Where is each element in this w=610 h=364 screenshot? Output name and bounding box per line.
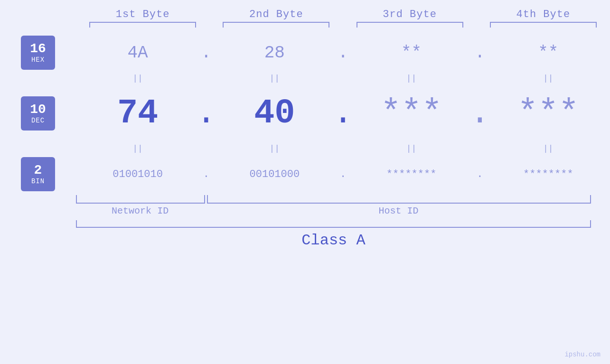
bracket-3 bbox=[357, 22, 463, 28]
bin-val-3: ******** bbox=[350, 168, 473, 180]
bracket-2 bbox=[223, 22, 329, 28]
dec-val-3: *** bbox=[350, 94, 473, 133]
sep-1-2: || bbox=[213, 74, 336, 83]
bin-val-4: ******** bbox=[487, 168, 610, 180]
bin-dot-2: . bbox=[337, 168, 350, 180]
sep-2-4: || bbox=[487, 144, 610, 153]
bin-dot-3: . bbox=[473, 168, 487, 180]
hex-badge-num: 16 bbox=[30, 42, 46, 56]
hex-val-2: 28 bbox=[213, 43, 336, 63]
sep-2-1: || bbox=[76, 144, 199, 153]
dec-dot-1: . bbox=[199, 94, 213, 133]
hex-badge-label: HEX bbox=[31, 56, 45, 64]
host-bracket bbox=[207, 195, 591, 204]
byte-headers-row: 1st Byte 2nd Byte 3rd Byte 4th Byte bbox=[0, 9, 610, 20]
dec-val-4: *** bbox=[487, 94, 610, 133]
network-bracket bbox=[76, 195, 205, 204]
dec-val-2: 40 bbox=[213, 94, 336, 133]
dec-dot-3: . bbox=[473, 94, 487, 133]
sep-hex-dec: || || || || bbox=[0, 72, 610, 85]
hex-row: 16 HEX 4A . 28 . ** . ** bbox=[0, 34, 610, 72]
sep-2-2: || bbox=[213, 144, 336, 153]
bin-badge: 2 BIN bbox=[21, 157, 55, 191]
byte-header-1: 1st Byte bbox=[76, 9, 209, 20]
bin-dot-1: . bbox=[199, 168, 213, 180]
bracket-4 bbox=[490, 22, 597, 28]
hex-badge: 16 HEX bbox=[21, 36, 55, 70]
class-area: Class A bbox=[0, 220, 610, 254]
host-id-label: Host ID bbox=[206, 205, 591, 216]
bracket-cell-3 bbox=[343, 20, 477, 29]
class-label: Class A bbox=[76, 228, 591, 254]
bin-badge-label: BIN bbox=[31, 177, 45, 185]
bin-badge-num: 2 bbox=[34, 163, 42, 178]
dec-badge-label: DEC bbox=[31, 117, 45, 124]
sep-cells-2: || || || || bbox=[76, 144, 610, 153]
main-container: 1st Byte 2nd Byte 3rd Byte 4th Byte 16 H… bbox=[0, 0, 610, 364]
bracket-cell-1 bbox=[76, 20, 209, 29]
bracket-cell-4 bbox=[477, 20, 610, 29]
bin-val-1: 01001010 bbox=[76, 168, 199, 180]
watermark: ipshu.com bbox=[564, 351, 601, 358]
hex-val-1: 4A bbox=[76, 43, 199, 63]
sep-1-1: || bbox=[76, 74, 199, 83]
network-id-label: Network ID bbox=[76, 205, 204, 216]
sep-dec-bin: || || || || bbox=[0, 142, 610, 155]
dec-row-cells: 74 . 40 . *** . *** bbox=[76, 94, 610, 133]
hex-dot-3: . bbox=[473, 43, 487, 63]
bin-row-cells: 01001010 . 00101000 . ******** . *******… bbox=[76, 168, 610, 180]
byte-header-2: 2nd Byte bbox=[209, 9, 343, 20]
dec-badge-num: 10 bbox=[30, 103, 46, 117]
sep-cells-1: || || || || bbox=[76, 74, 610, 83]
bottom-bracket-area: Network ID Host ID bbox=[0, 195, 610, 216]
hex-row-cells: 4A . 28 . ** . ** bbox=[76, 43, 610, 63]
class-bracket bbox=[76, 220, 591, 228]
bin-row: 2 BIN 01001010 . 00101000 . ******** . bbox=[0, 155, 610, 193]
sep-1-3: || bbox=[350, 74, 473, 83]
hex-val-3: ** bbox=[350, 43, 473, 63]
dec-badge: 10 DEC bbox=[21, 96, 55, 131]
dec-val-1: 74 bbox=[76, 94, 199, 133]
hex-dot-1: . bbox=[199, 43, 213, 63]
sep-2-3: || bbox=[350, 144, 473, 153]
bin-val-2: 00101000 bbox=[213, 168, 336, 180]
dec-row: 10 DEC 74 . 40 . *** . *** bbox=[0, 85, 610, 142]
dec-dot-2: . bbox=[337, 94, 350, 133]
hex-val-4: ** bbox=[487, 43, 610, 63]
top-bracket-row bbox=[0, 20, 610, 29]
bracket-1 bbox=[89, 22, 196, 28]
byte-header-4: 4th Byte bbox=[477, 9, 610, 20]
sep-1-4: || bbox=[487, 74, 610, 83]
hex-dot-2: . bbox=[337, 43, 350, 63]
bracket-cell-2 bbox=[209, 20, 343, 29]
byte-header-3: 3rd Byte bbox=[343, 9, 477, 20]
